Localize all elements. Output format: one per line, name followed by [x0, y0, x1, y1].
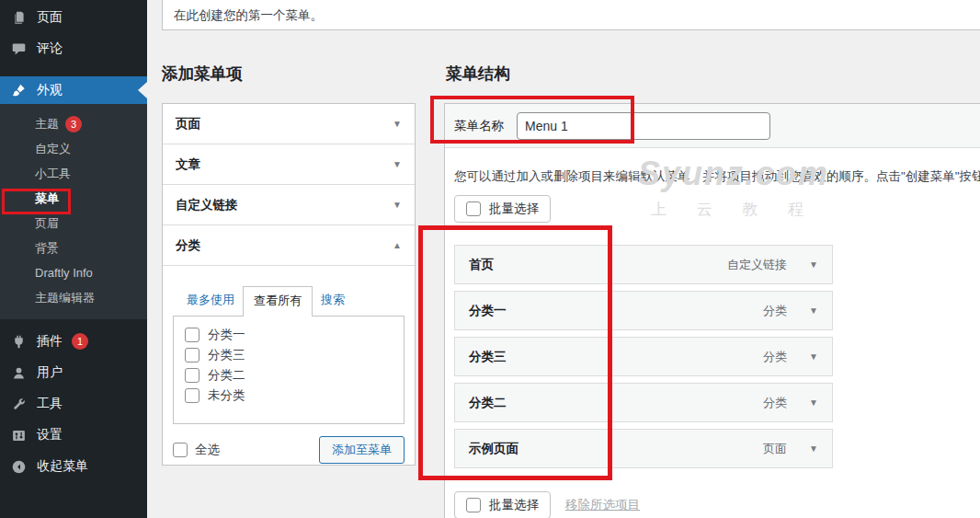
bulk-select-checkbox[interactable] — [466, 498, 481, 512]
sidebar-item-comments[interactable]: 评论 — [0, 33, 147, 64]
plugins-update-badge: 1 — [72, 333, 88, 350]
menu-item-type: 分类 — [763, 349, 787, 365]
accordion-pages[interactable]: 页面 ▼ — [163, 104, 415, 144]
category-checkbox[interactable] — [185, 328, 199, 342]
collapse-icon — [9, 459, 28, 475]
sidebar-item-pages[interactable]: 页面 — [0, 2, 147, 33]
comments-icon — [9, 41, 28, 57]
chevron-down-icon[interactable]: ▼ — [809, 351, 818, 362]
menu-item-category-three[interactable]: 分类三 分类 ▼ — [454, 337, 833, 376]
menu-item-label: 分类一 — [469, 303, 507, 319]
submenu-item-header[interactable]: 页眉 — [0, 211, 147, 236]
sidebar-item-label: 设置 — [37, 427, 63, 443]
chevron-down-icon[interactable]: ▼ — [809, 305, 818, 316]
submenu-item-label: 页眉 — [35, 215, 59, 232]
sidebar-item-plugins[interactable]: 插件 1 — [0, 326, 147, 357]
tab-most-used[interactable]: 最多使用 — [178, 286, 243, 316]
sidebar-item-appearance[interactable]: 外观 — [0, 76, 147, 104]
bulk-select-checkbox[interactable] — [466, 201, 481, 216]
category-checkbox[interactable] — [185, 348, 199, 363]
sidebar-item-users[interactable]: 用户 — [0, 357, 147, 388]
categories-tabs: 最多使用 查看所有 搜索 — [178, 286, 405, 316]
menu-structure-title: 菜单结构 — [446, 63, 510, 85]
accordion-posts[interactable]: 文章 ▼ — [163, 144, 415, 185]
select-all-control: 全选 — [173, 442, 220, 458]
sidebar-item-tools[interactable]: 工具 — [0, 388, 147, 420]
chevron-down-icon[interactable]: ▼ — [809, 397, 818, 408]
tools-icon — [9, 397, 28, 412]
category-row: 分类三 — [174, 345, 404, 365]
menu-item-type: 分类 — [763, 395, 787, 411]
select-all-checkbox[interactable] — [173, 443, 188, 457]
appearance-submenu: 主题 3 自定义 小工具 菜单 页眉 背景 Draftly Info 主题编辑器 — [0, 104, 147, 319]
accordion-label: 自定义链接 — [176, 197, 238, 213]
menu-structure-footer: 批量选择 移除所选项目 — [454, 491, 980, 518]
menu-structure-body: 您可以通过加入或删除项目来编辑默认菜单，并将项目拖动到您喜欢的顺序。点击"创建菜… — [445, 148, 980, 518]
submenu-item-label: 小工具 — [35, 166, 71, 182]
submenu-item-label: Draftly Info — [35, 266, 93, 280]
notice-text: 在此创建您的第一个菜单。 — [174, 7, 323, 24]
accordion-custom-links[interactable]: 自定义链接 ▼ — [163, 185, 415, 225]
accordion-categories[interactable]: 分类 ▲ — [163, 225, 415, 266]
menu-name-label: 菜单名称 — [454, 118, 504, 134]
submenu-item-theme-editor[interactable]: 主题编辑器 — [0, 285, 147, 310]
menu-item-sample-page[interactable]: 示例页面 页面 ▼ — [454, 429, 833, 468]
bulk-select-toggle-bottom[interactable]: 批量选择 — [454, 491, 551, 518]
submenu-item-draftly-info[interactable]: Draftly Info — [0, 260, 147, 285]
current-item-arrow — [138, 82, 147, 98]
users-icon — [9, 365, 28, 381]
submenu-item-menus[interactable]: 菜单 — [0, 186, 147, 211]
category-label: 分类一 — [208, 327, 245, 343]
menu-item-category-two[interactable]: 分类二 分类 ▼ — [454, 383, 833, 422]
select-all-label: 全选 — [195, 442, 220, 458]
menu-structure-panel: 菜单名称 您可以通过加入或删除项目来编辑默认菜单，并将项目拖动到您喜欢的顺序。点… — [444, 103, 980, 518]
chevron-down-icon: ▼ — [393, 200, 402, 210]
accordion-label: 页面 — [176, 116, 200, 132]
add-to-menu-button[interactable]: 添加至菜单 — [319, 436, 405, 464]
categories-checklist: 分类一 分类三 分类二 未分类 — [173, 316, 405, 424]
tab-view-all[interactable]: 查看所有 — [243, 286, 313, 317]
menu-item-type: 分类 — [763, 303, 787, 319]
settings-icon — [9, 428, 28, 443]
category-label: 分类二 — [208, 367, 245, 384]
plugins-icon — [9, 334, 28, 350]
bulk-select-toggle-top[interactable]: 批量选择 — [454, 195, 551, 223]
submenu-item-customize[interactable]: 自定义 — [0, 136, 147, 161]
tab-search[interactable]: 搜索 — [313, 286, 353, 316]
menu-item-label: 示例页面 — [469, 441, 518, 457]
category-row: 分类一 — [174, 325, 404, 345]
sidebar-item-settings[interactable]: 设置 — [0, 420, 147, 451]
menu-item-label: 分类三 — [469, 349, 507, 365]
submenu-item-label: 主题 — [35, 116, 59, 132]
category-checkbox[interactable] — [185, 388, 199, 403]
submenu-item-background[interactable]: 背景 — [0, 236, 147, 260]
categories-accordion-content: 最多使用 查看所有 搜索 分类一 分类三 分类二 — [163, 266, 415, 464]
submenu-item-label: 主题编辑器 — [35, 290, 95, 306]
submenu-item-label: 菜单 — [35, 190, 59, 207]
admin-sidebar: 页面 评论 外观 主题 3 自定义 小工具 菜单 页眉 背景 — [0, 0, 147, 518]
chevron-up-icon: ▲ — [393, 240, 402, 250]
chevron-down-icon[interactable]: ▼ — [809, 259, 818, 270]
chevron-down-icon[interactable]: ▼ — [809, 443, 818, 454]
submenu-item-label: 自定义 — [35, 141, 71, 157]
menu-item-home[interactable]: 首页 自定义链接 ▼ — [454, 245, 833, 284]
submenu-item-themes[interactable]: 主题 3 — [0, 111, 147, 136]
menu-name-row: 菜单名称 — [445, 104, 980, 148]
wordpress-admin-page: 页面 评论 外观 主题 3 自定义 小工具 菜单 页眉 背景 — [0, 0, 980, 518]
sidebar-item-label: 插件 — [37, 333, 63, 350]
themes-update-badge: 3 — [65, 116, 82, 132]
submenu-item-widgets[interactable]: 小工具 — [0, 161, 147, 186]
sidebar-item-collapse-menu[interactable]: 收起菜单 — [0, 451, 147, 482]
remove-selected-link[interactable]: 移除所选项目 — [565, 497, 640, 513]
sidebar-item-label: 外观 — [37, 82, 63, 98]
add-menu-items-panel: 页面 ▼ 文章 ▼ 自定义链接 ▼ 分类 ▲ 最多使用 查看所有 搜索 分类一 — [162, 103, 416, 466]
menu-help-text: 您可以通过加入或删除项目来编辑默认菜单，并将项目拖动到您喜欢的顺序。点击"创建菜… — [454, 168, 980, 184]
category-label: 分类三 — [208, 347, 245, 363]
menu-name-input[interactable] — [517, 112, 770, 140]
chevron-down-icon: ▼ — [393, 119, 402, 129]
add-items-footer: 全选 添加至菜单 — [173, 436, 405, 464]
menu-item-category-one[interactable]: 分类一 分类 ▼ — [454, 291, 833, 330]
category-label: 未分类 — [208, 387, 245, 404]
sidebar-separator — [0, 64, 147, 76]
category-checkbox[interactable] — [185, 368, 199, 383]
